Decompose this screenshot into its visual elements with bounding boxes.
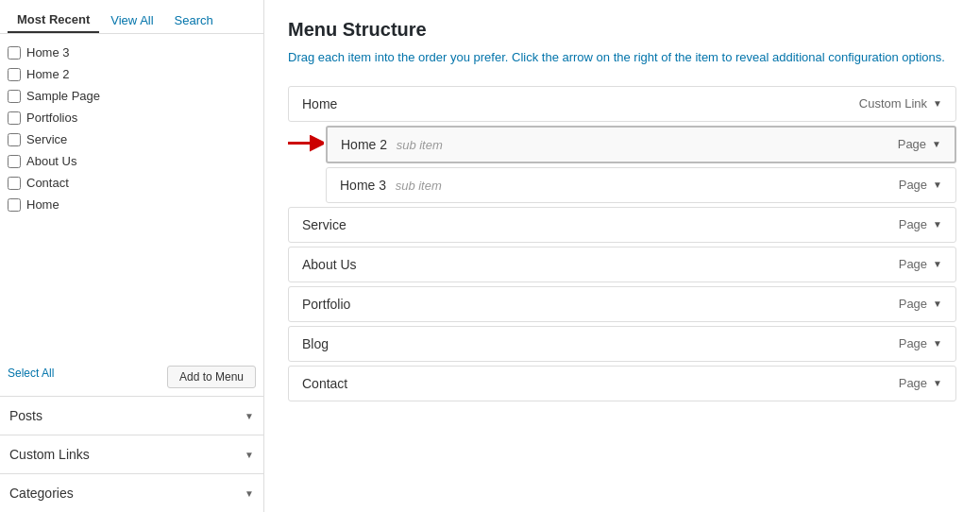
menu-item-contact-type: Page ▼ xyxy=(899,376,942,390)
page-checkbox-home[interactable] xyxy=(8,198,21,212)
menu-item-service[interactable]: Service Page ▼ xyxy=(288,207,956,243)
list-item: Service xyxy=(6,128,258,150)
page-checkbox-portfolios[interactable] xyxy=(8,111,21,125)
list-item: Home 2 xyxy=(6,63,258,85)
tab-search[interactable]: Search xyxy=(165,8,223,33)
page-label-home[interactable]: Home xyxy=(26,197,59,212)
add-to-menu-button[interactable]: Add to Menu xyxy=(167,366,256,388)
chevron-down-icon: ▼ xyxy=(245,488,254,499)
red-arrow-icon xyxy=(286,128,324,157)
menu-structure-title: Menu Structure xyxy=(288,19,956,41)
select-all-row: Select All Add to Menu xyxy=(0,360,263,396)
sub-item-home3-type: Page ▼ xyxy=(899,178,942,192)
sub-item-wrapper-home2: Home 2 sub item Page ▼ xyxy=(326,126,956,163)
page-checkbox-contact[interactable] xyxy=(8,177,21,190)
chevron-down-icon[interactable]: ▼ xyxy=(933,259,942,269)
drag-arrow-indicator xyxy=(286,128,324,160)
list-item: Contact xyxy=(6,172,258,194)
sub-item-home3-label: Home 3 sub item xyxy=(340,178,442,193)
page-label-home2[interactable]: Home 2 xyxy=(26,67,70,81)
tab-most-recent[interactable]: Most Recent xyxy=(8,8,99,33)
chevron-down-icon[interactable]: ▼ xyxy=(933,219,942,230)
accordion-posts: Posts ▼ xyxy=(0,396,263,435)
list-item: Home 3 xyxy=(6,42,258,63)
accordion-custom-links: Custom Links ▼ xyxy=(0,435,263,473)
menu-item-home-label: Home xyxy=(302,96,337,111)
sub-item-wrapper-home3: Home 3 sub item Page ▼ xyxy=(326,167,956,203)
list-item: Portfolios xyxy=(6,107,258,128)
chevron-down-icon[interactable]: ▼ xyxy=(933,299,942,309)
sub-items-group: Home 2 sub item Page ▼ Home 3 sub item xyxy=(288,126,956,203)
menu-item-blog-type: Page ▼ xyxy=(899,336,942,350)
menu-item-about-us-type: Page ▼ xyxy=(899,257,942,271)
tab-view-all[interactable]: View All xyxy=(101,8,162,33)
page-checkbox-home2[interactable] xyxy=(8,68,21,81)
chevron-down-icon[interactable]: ▼ xyxy=(933,378,942,388)
page-label-service[interactable]: Service xyxy=(26,132,67,146)
menu-item-blog[interactable]: Blog Page ▼ xyxy=(288,326,956,362)
menu-item-blog-label: Blog xyxy=(302,336,329,351)
list-item: Sample Page xyxy=(6,85,258,107)
page-checkbox-home3[interactable] xyxy=(8,46,21,60)
accordion-posts-header[interactable]: Posts ▼ xyxy=(0,397,263,435)
menu-items-container: Home Custom Link ▼ xyxy=(288,86,956,401)
chevron-down-icon[interactable]: ▼ xyxy=(933,338,942,349)
page-label-portfolios[interactable]: Portfolios xyxy=(26,111,77,125)
menu-item-home[interactable]: Home Custom Link ▼ xyxy=(288,86,956,122)
list-item: Home xyxy=(6,194,258,215)
menu-item-service-type: Page ▼ xyxy=(899,217,942,231)
page-label-about-us[interactable]: About Us xyxy=(26,154,76,168)
left-panel: Most Recent View All Search Home 3 Home … xyxy=(0,0,264,512)
accordion-categories-label: Categories xyxy=(9,486,74,501)
right-panel: Menu Structure Drag each item into the o… xyxy=(264,0,980,512)
page-checkbox-service[interactable] xyxy=(8,133,21,146)
page-label-sample-page[interactable]: Sample Page xyxy=(26,89,100,103)
menu-item-contact-label: Contact xyxy=(302,376,347,391)
accordion-custom-links-header[interactable]: Custom Links ▼ xyxy=(0,435,263,473)
menu-sub-item-home3[interactable]: Home 3 sub item Page ▼ xyxy=(326,167,956,203)
menu-item-portfolio-label: Portfolio xyxy=(302,297,350,312)
accordion-posts-label: Posts xyxy=(9,408,42,423)
accordion-categories: Categories ▼ xyxy=(0,473,263,512)
page-label-contact[interactable]: Contact xyxy=(26,176,69,190)
sub-item-home2-type: Page ▼ xyxy=(898,137,941,151)
menu-item-portfolio-type: Page ▼ xyxy=(899,297,942,311)
menu-hint: Drag each item into the order you prefer… xyxy=(288,48,956,67)
chevron-down-icon[interactable]: ▼ xyxy=(932,139,941,149)
list-item: About Us xyxy=(6,150,258,172)
tabs-bar: Most Recent View All Search xyxy=(0,0,263,34)
menu-item-about-us-label: About Us xyxy=(302,257,357,272)
accordion-categories-header[interactable]: Categories ▼ xyxy=(0,474,263,512)
menu-item-portfolio[interactable]: Portfolio Page ▼ xyxy=(288,286,956,322)
chevron-down-icon[interactable]: ▼ xyxy=(933,179,942,190)
pages-list: Home 3 Home 2 Sample Page Portfolios Ser… xyxy=(0,34,263,360)
page-label-home3[interactable]: Home 3 xyxy=(26,45,70,60)
page-checkbox-sample-page[interactable] xyxy=(8,90,21,103)
menu-item-home-type: Custom Link ▼ xyxy=(859,96,942,111)
sub-item-home2-label: Home 2 sub item xyxy=(341,137,443,152)
accordion-custom-links-label: Custom Links xyxy=(9,447,90,462)
chevron-down-icon[interactable]: ▼ xyxy=(933,98,942,109)
select-all-link[interactable]: Select All xyxy=(8,367,54,380)
chevron-down-icon: ▼ xyxy=(245,411,254,421)
menu-item-about-us[interactable]: About Us Page ▼ xyxy=(288,247,956,282)
menu-item-contact[interactable]: Contact Page ▼ xyxy=(288,366,956,401)
menu-sub-item-home2[interactable]: Home 2 sub item Page ▼ xyxy=(326,126,956,163)
page-checkbox-about-us[interactable] xyxy=(8,155,21,168)
chevron-down-icon: ▼ xyxy=(245,450,254,460)
menu-item-service-label: Service xyxy=(302,217,346,232)
